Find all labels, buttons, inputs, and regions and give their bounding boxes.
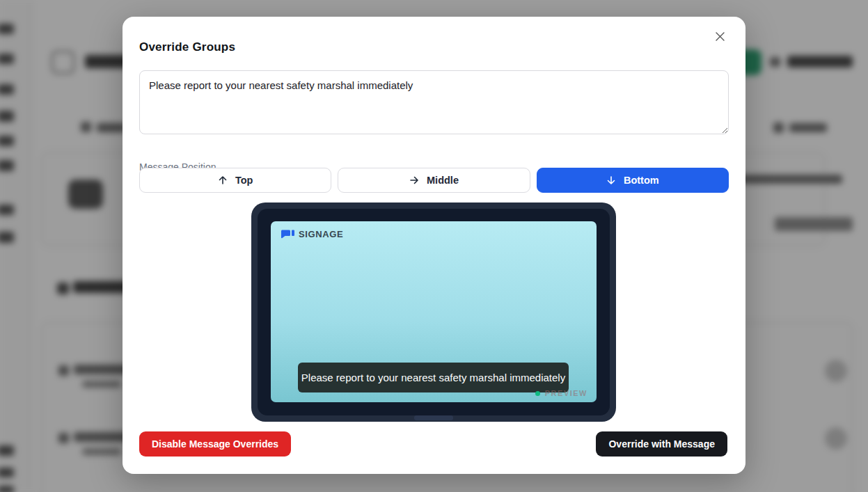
preview-message-bar: Please report to your nearest safety mar… <box>298 363 569 392</box>
tv-screen: SIGNAGE Please report to your nearest sa… <box>271 221 597 402</box>
position-bottom-button[interactable]: Bottom <box>537 168 729 193</box>
arrow-right-icon <box>409 175 419 185</box>
preview-status-label: PREVIEW <box>545 389 587 397</box>
disable-message-overrides-button[interactable]: Disable Message Overrides <box>139 431 291 457</box>
arrow-down-icon <box>606 175 616 185</box>
status-dot-icon <box>535 391 540 396</box>
position-bottom-label: Bottom <box>624 175 659 186</box>
modal-title: Override Groups <box>139 40 235 54</box>
position-top-label: Top <box>235 175 253 186</box>
arrow-up-icon <box>218 175 228 185</box>
override-with-message-button[interactable]: Override with Message <box>596 431 727 457</box>
override-groups-modal: Override Groups Please report to your ne… <box>123 17 745 474</box>
signage-brand: SIGNAGE <box>281 229 343 239</box>
close-icon <box>715 31 725 42</box>
application-window: Override Groups Please report to your ne… <box>0 0 868 492</box>
tv-preview: SIGNAGE Please report to your nearest sa… <box>251 203 616 422</box>
preview-status: PREVIEW <box>535 389 587 397</box>
modal-footer: Disable Message Overrides Override with … <box>139 431 727 457</box>
signage-brand-label: SIGNAGE <box>299 229 343 239</box>
preview-message-text: Please report to your nearest safety mar… <box>301 372 565 383</box>
pisignage-logo-icon <box>281 230 297 239</box>
close-button[interactable] <box>709 26 730 47</box>
position-middle-label: Middle <box>427 175 459 186</box>
override-message-input[interactable]: Please report to your nearest safety mar… <box>139 70 729 134</box>
position-top-button[interactable]: Top <box>139 168 331 193</box>
message-position-group: Top Middle Bottom <box>139 168 729 193</box>
tv-stand-notch <box>414 415 453 420</box>
position-middle-button[interactable]: Middle <box>338 168 530 193</box>
